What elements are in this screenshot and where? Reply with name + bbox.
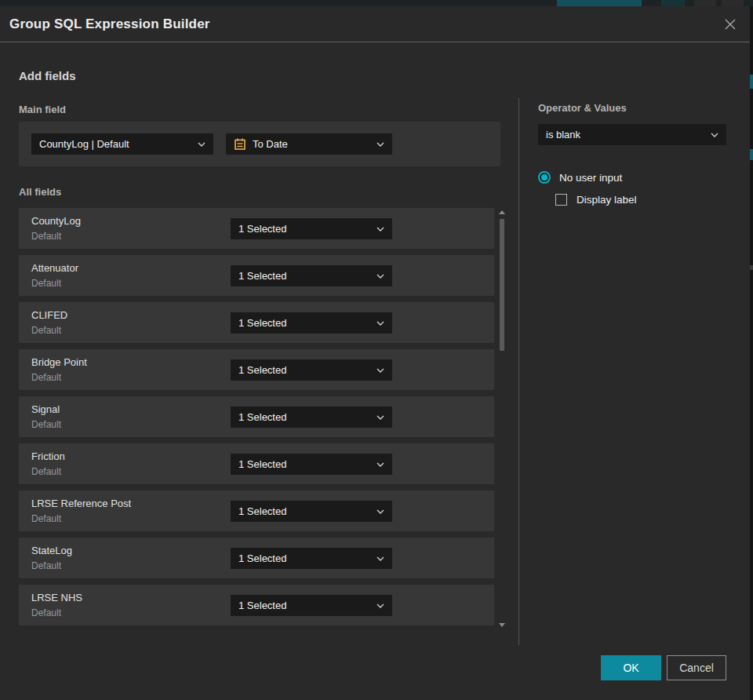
live-view-button[interactable]: Live view [557, 0, 642, 6]
field-row: Friction Default 1 Selected [19, 443, 494, 484]
background-fragment [750, 149, 753, 160]
chevron-down-icon [376, 227, 384, 232]
chevron-down-icon [376, 415, 384, 420]
main-field-label: Main field [19, 104, 66, 115]
field-sublabel: Default [31, 560, 61, 571]
no-user-input-radio[interactable]: No user input [538, 171, 726, 184]
field-selected-dropdown[interactable]: 1 Selected [231, 312, 392, 334]
operator-values-panel: Operator & Values is blank No user input… [538, 102, 726, 206]
field-name: CLIFED [31, 309, 67, 321]
field-sublabel: Default [31, 372, 61, 383]
calendar-icon [234, 138, 246, 151]
field-name: Friction [31, 450, 65, 462]
main-field-dropdown[interactable]: CountyLog | Default [31, 133, 213, 155]
field-selected-dropdown[interactable]: 1 Selected [231, 265, 392, 286]
chevron-down-icon [198, 142, 206, 147]
operator-dropdown-value: is blank [546, 129, 704, 140]
display-label-text: Display label [577, 194, 637, 206]
field-name: LRSE NHS [31, 592, 82, 603]
field-selected-value: 1 Selected [238, 600, 370, 611]
chevron-down-icon [376, 603, 384, 608]
checkbox-unchecked-icon [555, 194, 567, 206]
field-type-dropdown[interactable]: To Date [226, 133, 392, 155]
all-fields-label: All fields [19, 186, 61, 198]
field-selected-value: 1 Selected [238, 364, 370, 376]
background-app-sliver [750, 6, 753, 700]
field-row: CountyLog Default 1 Selected [19, 208, 494, 249]
cancel-button[interactable]: Cancel [667, 655, 726, 680]
operator-values-heading: Operator & Values [538, 102, 726, 114]
field-selected-dropdown[interactable]: 1 Selected [231, 218, 392, 239]
operator-dropdown[interactable]: is blank [538, 124, 726, 145]
field-row: Attenuator Default 1 Selected [19, 255, 494, 296]
group-sql-expression-builder-dialog: Group SQL Expression Builder Add fields … [0, 6, 750, 700]
ok-button[interactable]: OK [601, 655, 661, 680]
chevron-down-icon [711, 133, 718, 137]
field-row: LRSE Reference Post Default 1 Selected [19, 490, 494, 531]
field-sublabel: Default [31, 231, 61, 242]
field-name: StateLog [31, 545, 72, 556]
scroll-down-icon[interactable] [499, 623, 505, 627]
chevron-down-icon [376, 274, 384, 279]
field-selected-value: 1 Selected [238, 223, 370, 235]
no-user-input-label: No user input [559, 172, 622, 184]
field-selected-dropdown[interactable]: 1 Selected [231, 407, 392, 428]
field-selected-value: 1 Selected [238, 552, 370, 564]
chevron-down-icon [376, 368, 384, 373]
chevron-down-icon [376, 462, 384, 467]
toolbar-fragment [661, 0, 685, 6]
field-sublabel: Default [31, 278, 61, 289]
screen: Live view Group SQL Expression Builder A… [0, 0, 753, 700]
field-name: Signal [31, 403, 60, 415]
all-fields-list: CountyLog Default 1 Selected Attenuator … [19, 208, 494, 632]
panel-divider [518, 98, 519, 645]
field-selected-dropdown[interactable]: 1 Selected [231, 501, 392, 522]
background-app-strip: Live view [0, 0, 753, 6]
main-field-panel: CountyLog | Default To Date [19, 122, 500, 166]
field-sublabel: Default [31, 607, 61, 618]
field-name: Attenuator [31, 262, 78, 274]
field-row: Bridge Point Default 1 Selected [19, 349, 494, 390]
field-selected-value: 1 Selected [238, 270, 370, 282]
field-sublabel: Default [31, 466, 61, 477]
field-name: LRSE Reference Post [31, 498, 131, 509]
field-type-dropdown-value: To Date [253, 138, 364, 150]
dialog-title: Group SQL Expression Builder [9, 16, 210, 32]
field-sublabel: Default [31, 325, 61, 336]
chevron-down-icon [376, 321, 384, 326]
chevron-down-icon [376, 509, 384, 514]
field-selected-dropdown[interactable]: 1 Selected [231, 359, 392, 381]
main-field-dropdown-value: CountyLog | Default [39, 138, 191, 150]
field-name: CountyLog [31, 215, 81, 227]
field-selected-dropdown[interactable]: 1 Selected [231, 595, 392, 616]
field-row: CLIFED Default 1 Selected [19, 302, 494, 343]
close-icon[interactable] [722, 16, 739, 33]
field-row: Signal Default 1 Selected [19, 396, 494, 437]
chevron-down-icon [376, 142, 384, 147]
field-selected-dropdown[interactable]: 1 Selected [231, 548, 392, 569]
field-sublabel: Default [31, 513, 61, 524]
chevron-down-icon [376, 556, 384, 561]
live-view-label: Live view [577, 0, 616, 2]
background-fragment [750, 265, 753, 270]
radio-selected-icon [538, 171, 551, 184]
dialog-titlebar: Group SQL Expression Builder [0, 6, 750, 42]
add-fields-heading: Add fields [19, 69, 76, 82]
field-row: LRSE NHS Default 1 Selected [19, 585, 494, 625]
scroll-up-icon[interactable] [499, 210, 505, 214]
field-row: StateLog Default 1 Selected [19, 538, 494, 578]
display-label-checkbox[interactable]: Display label [555, 194, 726, 206]
field-selected-value: 1 Selected [238, 505, 370, 517]
scrollbar-thumb[interactable] [500, 219, 504, 351]
field-name: Bridge Point [31, 356, 87, 368]
field-selected-value: 1 Selected [238, 458, 370, 470]
field-selected-dropdown[interactable]: 1 Selected [231, 454, 392, 475]
field-sublabel: Default [31, 419, 61, 430]
field-selected-value: 1 Selected [238, 411, 370, 423]
toolbar-fragment [722, 0, 744, 6]
fields-list-scrollbar[interactable] [498, 208, 506, 632]
field-selected-value: 1 Selected [238, 317, 370, 329]
toolbar-fragment [694, 0, 716, 6]
background-fragment [750, 75, 753, 89]
